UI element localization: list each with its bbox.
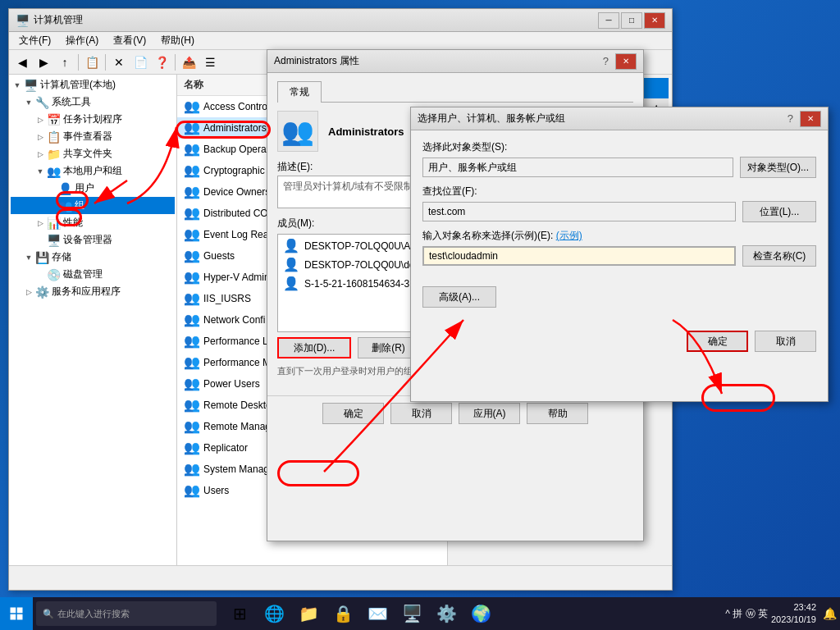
example-link[interactable]: (示例) [556,230,582,241]
object-name-row: 输入对象名称来选择(示例)(E): (示例) 检查名称(C) [422,229,816,267]
taskbar-search[interactable]: 🔍 在此键入进行搜索 [36,601,217,626]
minimize-button[interactable]: ─ [598,12,619,29]
perf-icon: 📊 [47,217,61,230]
toolbar-separator-2 [105,54,106,71]
tree-performance[interactable]: ▷ 📊 性能 [11,214,175,231]
dialog2-titlebar: 选择用户、计算机、服务帐户或组 ? ✕ [411,107,828,130]
group-list-icon: 👥 [184,120,200,136]
maximize-button[interactable]: □ [621,12,642,29]
expand-icon[interactable]: ▷ [34,130,47,144]
help-toolbar-button[interactable]: ❓ [152,53,171,71]
menu-action[interactable]: 操作(A) [59,32,105,49]
expand-icon[interactable]: ▼ [11,79,24,92]
dialog2-ok-button[interactable]: 确定 [687,331,748,352]
group-name: Distributed CO [203,208,268,219]
forward-button[interactable]: ▶ [34,53,53,71]
start-button[interactable] [0,597,33,630]
dialog1-cancel-button[interactable]: 取消 [390,403,452,424]
tree-storage[interactable]: ▼ 💾 存储 [11,249,175,266]
menu-help[interactable]: 帮助(H) [154,32,201,49]
expand-placeholder [45,199,58,212]
list-button[interactable]: ☰ [200,53,220,71]
group-name: Event Log Rea [203,229,268,240]
tree-shared-folders[interactable]: ▷ 📁 共享文件夹 [11,145,175,162]
expand-icon[interactable]: ▷ [34,148,47,161]
back-button[interactable]: ◀ [12,53,32,71]
group-name: Cryptographic [203,165,265,176]
dialog2-help-icon[interactable]: ? [788,112,793,125]
dialog2-title: 选择用户、计算机、服务帐户或组 [418,112,788,126]
show-hide-button[interactable]: 📋 [82,53,102,71]
member-name-3: S-1-5-21-1608154634-3 [304,278,409,290]
dialog2-buttons: 确定 取消 [411,324,828,358]
advanced-button[interactable]: 高级(A)... [422,286,496,308]
menu-bar: 文件(F) 操作(A) 查看(V) 帮助(H) [9,32,672,50]
dialog1-apply-button[interactable]: 应用(A) [459,403,520,424]
file-explorer-icon[interactable]: 📁 [292,597,325,630]
tree-task-scheduler[interactable]: ▷ 📅 任务计划程序 [11,111,175,128]
group-icon: 👥 [58,199,72,212]
window-controls: ─ □ ✕ [598,12,665,29]
expand-icon[interactable]: ▷ [34,113,47,126]
location-input[interactable] [422,202,736,221]
calendar-icon: 📅 [47,113,61,126]
dialog1-close-button[interactable]: ✕ [615,53,637,70]
tree-local-users[interactable]: ▼ 👥 本地用户和组 [11,162,175,180]
tree-label-localusers: 本地用户和组 [63,164,122,178]
taskbar: 🔍 在此键入进行搜索 ⊞ 🌐 📁 🔒 ✉️ 🖥️ ⚙️ 🌍 ^ 拼 ⓦ 英 23… [0,597,840,630]
tab-general[interactable]: 常规 [277,81,322,103]
tree-label-systemtools: 系统工具 [52,95,91,109]
edge-browser-icon[interactable]: 🌐 [258,597,290,630]
mail-icon[interactable]: ✉️ [361,597,394,630]
select-type-row: 选择此对象类型(S): 对象类型(O)... [422,140,816,178]
expand-icon[interactable]: ▷ [22,285,35,299]
up-button[interactable]: ↑ [55,53,75,71]
tree-device-manager[interactable]: 🖥️ 设备管理器 [11,231,175,249]
dialog1-titlebar: Administrators 属性 ? ✕ [267,50,643,73]
language-icon[interactable]: 🌍 [464,597,497,630]
tree-services[interactable]: ▷ ⚙️ 服务和应用程序 [11,283,175,300]
properties-button[interactable]: 📄 [130,53,150,71]
check-names-button[interactable]: 检查名称(C) [742,245,816,267]
expand-placeholder [34,268,47,281]
expand-icon[interactable]: ▼ [22,251,35,264]
taskbar-right: ^ 拼 ⓦ 英 23:42 2023/10/19 🔔 [725,601,837,627]
dialog1-tabs: 常规 [277,81,633,103]
search-placeholder: 在此键入进行搜索 [57,608,130,620]
tree-system-tools[interactable]: ▼ 🔧 系统工具 [11,94,175,111]
device-icon: 🖥️ [47,234,61,247]
dialog1-help-button[interactable]: 帮助 [527,403,588,424]
vm-icon[interactable]: 🖥️ [395,597,428,630]
delete-button[interactable]: ✕ [109,53,129,71]
expand-icon[interactable]: ▷ [34,217,47,230]
dialog1-ok-button[interactable]: 确定 [322,403,384,424]
taskbar-time-value: 23:42 [771,601,816,614]
expand-icon[interactable]: ▼ [34,165,47,178]
tree-disk-management[interactable]: 💿 磁盘管理 [11,266,175,283]
close-button[interactable]: ✕ [644,12,665,29]
taskview-button[interactable]: ⊞ [223,597,256,630]
tree-computer-management[interactable]: ▼ 🖥️ 计算机管理(本地) [11,76,175,94]
settings-icon[interactable]: ⚙️ [430,597,463,630]
security-icon[interactable]: 🔒 [326,597,359,630]
tree-event-viewer[interactable]: ▷ 📋 事件查看器 [11,128,175,145]
menu-file[interactable]: 文件(F) [12,32,57,49]
dialog2-cancel-button[interactable]: 取消 [755,331,816,352]
dialog2-close-button[interactable]: ✕ [800,111,821,127]
expand-icon[interactable]: ▼ [22,96,35,109]
group-name: Performance Lo [203,336,273,347]
select-type-input[interactable] [422,158,733,177]
event-icon: 📋 [47,130,61,144]
select-users-dialog: 选择用户、计算机、服务帐户或组 ? ✕ 选择此对象类型(S): 对象类型(O).… [410,107,829,402]
notification-icon[interactable]: 🔔 [823,607,837,620]
tree-groups[interactable]: 👥 组 [11,197,175,214]
main-titlebar: 🖥️ 计算机管理 ─ □ ✕ [9,9,672,32]
menu-view[interactable]: 查看(V) [107,32,153,49]
export-button[interactable]: 📤 [179,53,199,71]
object-name-input[interactable] [422,246,736,266]
location-button[interactable]: 位置(L)... [742,201,816,222]
add-button[interactable]: 添加(D)... [277,337,351,358]
object-type-button[interactable]: 对象类型(O)... [740,157,816,178]
tree-users[interactable]: 👤 用户 [11,180,175,197]
help-icon[interactable]: ? [603,55,609,67]
